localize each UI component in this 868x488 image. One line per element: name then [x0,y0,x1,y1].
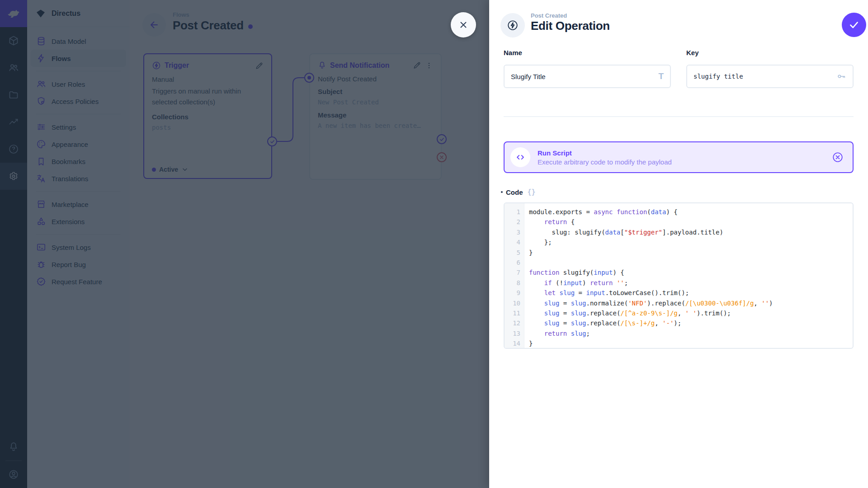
check-icon [848,19,860,31]
run-script-subtitle: Execute arbitrary code to modify the pay… [538,158,825,166]
operation-type-button[interactable] [500,13,525,38]
code-line[interactable]: 10 slug = slug.normalize('NFD').replace(… [505,298,853,308]
braces-icon: {} [528,188,536,196]
bolt-circle-icon [507,19,519,31]
code-line[interactable]: 9 let slug = input.toLowerCase().trim(); [505,288,853,298]
code-field-label: Code [506,188,523,196]
app-root: Directus Data Model Flows User Roles Acc… [0,0,868,488]
divider [504,116,854,117]
run-script-texts: Run Script Execute arbitrary code to mod… [538,149,825,166]
drawer-title: Edit Operation [531,19,610,33]
key-input[interactable] [693,73,832,80]
name-field-label: Name [504,49,522,56]
code-line[interactable]: 8 if (!input) return ''; [505,278,853,288]
code-line[interactable]: 2 return { [505,217,853,227]
overlay-scrim[interactable] [0,0,489,488]
close-drawer-button[interactable] [451,12,476,38]
run-script-title: Run Script [538,149,825,157]
close-icon [458,19,469,30]
code-line[interactable]: 5} [505,248,853,258]
code-line[interactable]: 12 slug = slug.replace(/[\s-]+/g, '-'); [505,318,853,328]
key-icon [836,71,846,81]
title-icon: T [658,71,664,81]
code-field-header: Code {} [501,188,536,196]
key-field-label: Key [686,49,699,56]
code-lines: 1module.exports = async function(data) {… [505,203,853,349]
edited-dot [501,191,503,193]
name-field: T [504,65,671,88]
remove-circle-icon[interactable] [832,151,844,163]
code-editor[interactable]: 1module.exports = async function(data) {… [504,202,854,349]
code-line[interactable]: 6 [505,258,853,267]
name-input[interactable] [511,73,654,80]
code-line[interactable]: 1module.exports = async function(data) { [505,207,853,217]
code-line[interactable]: 13 return slug; [505,328,853,338]
save-button[interactable] [842,13,866,37]
code-icon [510,147,530,167]
key-field [686,65,854,88]
run-script-panel[interactable]: Run Script Execute arbitrary code to mod… [504,141,854,173]
edit-operation-drawer: Post Created Edit Operation Name T Key R… [489,0,868,488]
code-line[interactable]: 11 slug = slug.replace(/[^a-z0-9\s-]/g, … [505,308,853,318]
code-line[interactable]: 3 slug: slugify(data["$trigger"].payload… [505,227,853,237]
code-line[interactable]: 4 }; [505,237,853,247]
drawer-breadcrumb: Post Created [531,12,567,19]
code-line[interactable]: 14} [505,338,853,348]
code-line[interactable]: 7function slugify(input) { [505,267,853,277]
